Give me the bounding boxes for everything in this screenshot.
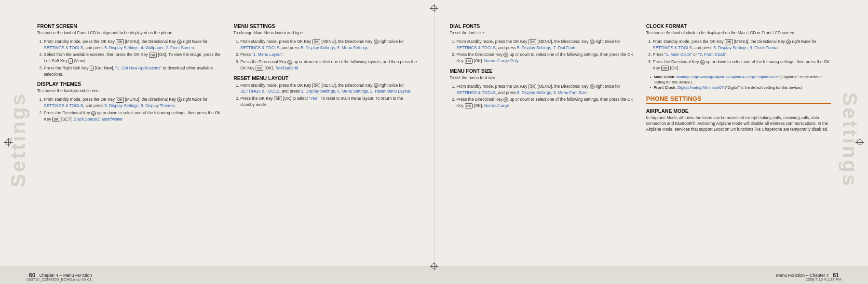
ok-icon-14: OK: [661, 66, 669, 71]
ok-icon-12: OK: [465, 103, 473, 108]
crosshair-right-icon: [855, 138, 864, 147]
ok-icon-5: OK: [312, 39, 321, 44]
link-get-new: "1. Get New Applications": [115, 66, 162, 70]
link-clock-format: 5. Display Settings, 9. Clock Format.: [714, 45, 780, 50]
airplane-mode-body: In Airplane Mode, all menu functions can…: [646, 115, 831, 133]
main-content: FRONT SCREEN To choose the kind of Front…: [27, 14, 841, 262]
col-front-screen: FRONT SCREEN To choose the kind of Front…: [31, 19, 228, 257]
link-clock-option-2: "2. Front Clock": [698, 52, 727, 57]
dir-icon-10: ⊙: [503, 97, 508, 102]
ok-icon-7: OK: [312, 83, 321, 88]
menu-settings-step-1: From standby mode, press the OK Key OK […: [240, 39, 418, 51]
ok-icon-10: OK: [465, 58, 473, 64]
front-clock-options: Digital/Analog/Minimize/Off: [678, 85, 724, 90]
dir-icon-3: ⊙: [91, 111, 96, 116]
link-settings-tools-6: SETTINGS & TOOLS: [457, 90, 496, 95]
dir-icon-12: ⊙: [700, 60, 705, 65]
link-settings-tools-7: SETTINGS & TOOLS: [653, 45, 692, 50]
menu-font-size-step-2: Press the Directional Key ⊙ up or down t…: [457, 96, 635, 109]
main-clock-options: Analog/Large Analog/Digital12/Digital24/…: [676, 75, 778, 79]
display-themes-intro: To choose the background screen:: [37, 88, 222, 94]
soft-icon-2: ▪: [90, 66, 94, 71]
display-themes-steps: From standby mode, press the OK Key OK […: [37, 96, 222, 122]
dir-icon-6: ⊙: [374, 83, 379, 88]
link-display-1: 5. Display Settings, 4. Wallpaper, 2. Fr…: [105, 45, 195, 50]
ok-icon-2: OK: [149, 53, 157, 58]
ok-icon-4: OK: [52, 117, 60, 122]
link-settings-tools-5: SETTINGS & TOOLS: [457, 45, 496, 50]
col-dial-fonts: DIAL FONTS To set the font size: From st…: [444, 19, 640, 257]
dir-icon-4: ⊙: [374, 40, 379, 44]
dir-icon-8: ⊙: [503, 53, 508, 57]
link-clock-options: "1. Main Clock": [665, 52, 692, 57]
link-font-options: Normal/Large Only: [484, 58, 518, 63]
ok-icon-3: OK: [116, 97, 124, 102]
dial-fonts-intro: To set the font size:: [450, 30, 635, 36]
ok-icon: OK: [116, 39, 124, 44]
menu-font-size-title: MENU FONT SIZE: [450, 68, 635, 74]
ok-icon-9: OK: [529, 39, 537, 44]
link-dial-fonts: 5. Display Settings, 7. Dial Fonts.: [517, 45, 577, 50]
link-menu-settings: 5. Display Settings, 6. Menu Settings.: [301, 45, 369, 50]
phone-settings-title: PHONE SETTINGS: [646, 95, 831, 104]
front-clock-label: Front Clock:: [654, 85, 677, 90]
ok-icon-8: OK: [274, 96, 282, 101]
front-screen-step-3: Press the Right Soft Key ▪ [Get New], "1…: [44, 65, 222, 78]
clock-front-bullet: Front Clock: Digital/Analog/Minimize/Off…: [650, 85, 831, 90]
ok-icon-6: OK: [256, 66, 264, 71]
menu-font-size-step-1: From standby mode, press the OK Key OK […: [457, 83, 635, 96]
ok-icon-13: OK: [725, 39, 733, 44]
dir-icon: ⊙: [177, 40, 182, 44]
link-display-themes: 5. Display Settings, 5. Display Themes.: [105, 103, 176, 108]
link-settings-tools-1: SETTINGS & TOOLS: [44, 45, 83, 50]
clock-format-step-1: From standby mode, press the OK Key OK […: [653, 39, 831, 51]
reset-menu-step-2: Press the OK Key OK [OK] to select "Yes"…: [240, 95, 418, 108]
link-reset-menu: 5. Display Settings, 6. Menu Settings, 2…: [301, 89, 411, 94]
link-settings-tools-3: SETTINGS & TOOLS: [240, 45, 279, 50]
display-themes-step-1: From standby mode, press the OK Key OK […: [44, 96, 222, 109]
link-menu-layout: "1. Menu Layout": [252, 52, 283, 57]
clock-format-title: CLOCK FORMAT: [646, 23, 831, 29]
dir-icon-9: ⊙: [590, 84, 595, 89]
ok-icon-11: OK: [529, 84, 537, 89]
link-yes: "Yes": [309, 96, 318, 101]
display-themes-step-2: Press the Directional Key ⊙ up or down t…: [44, 110, 222, 122]
dir-icon-2: ⊙: [177, 97, 182, 102]
dial-fonts-step-2: Press the Directional Key ⊙ up or down t…: [457, 52, 635, 64]
link-font-size-options: Normal/Large: [484, 103, 509, 108]
chapter-right: Menu Function – Chapter 4: [776, 273, 829, 278]
col-clock-format: CLOCK FORMAT To choose the kind of clock…: [640, 19, 837, 257]
reset-menu-steps: From standby mode, press the OK Key OK […: [233, 82, 418, 108]
menu-settings-step-3: Press the Directional Key ⊙ up or down t…: [240, 59, 418, 71]
crosshair-bottom-icon: [430, 262, 438, 270]
dial-fonts-step-1: From standby mode, press the OK Key OK […: [457, 39, 635, 51]
front-screen-intro: To choose the kind of Front LCD backgrou…: [37, 30, 222, 36]
clock-format-bullets: Main Clock: Analog/Large Analog/Digital1…: [646, 74, 831, 91]
front-screen-step-2: Select from the available screens, then …: [44, 52, 222, 64]
dir-icon-7: ⊙: [590, 40, 595, 44]
page-right: DIAL FONTS To set the font size: From st…: [434, 14, 842, 262]
crosshair-left-icon: [4, 138, 13, 147]
page-left: FRONT SCREEN To choose the kind of Front…: [27, 14, 434, 262]
front-screen-step-1: From standby mode, press the OK Key OK […: [44, 39, 222, 51]
dial-fonts-steps: From standby mode, press the OK Key OK […: [450, 39, 635, 64]
chapter-left: Chapter 4 – Menu Function: [39, 273, 92, 278]
front-screen-title: FRONT SCREEN: [37, 23, 222, 29]
link-layout-options: Tab/List/Grid: [275, 66, 298, 70]
dir-icon-11: ⊙: [786, 40, 791, 44]
link-themes-options: Black Space/Classic/Water: [74, 117, 123, 122]
clock-format-step-2: Press "1. Main Clock" or "2. Front Clock…: [653, 52, 831, 58]
clock-format-intro: To choose the kind of clock to be displa…: [646, 30, 831, 36]
menu-settings-title: MENU SETTINGS: [233, 23, 418, 29]
menu-settings-steps: From standby mode, press the OK Key OK […: [233, 39, 418, 71]
link-menu-font-size: 5. Display Settings, 8. Menu Font Size.: [517, 90, 587, 95]
reset-menu-step-1: From standby mode, press the OK Key OK […: [240, 82, 418, 95]
front-screen-steps: From standby mode, press the OK Key OK […: [37, 39, 222, 78]
link-settings-tools-2: SETTINGS & TOOLS: [44, 103, 83, 108]
reset-menu-title: RESET MENU LAYOUT: [233, 75, 418, 81]
link-settings-tools-4: SETTINGS & TOOLS: [240, 89, 279, 94]
menu-font-size-intro: To set the menu font size:: [450, 75, 635, 81]
main-clock-label: Main Clock:: [654, 75, 676, 79]
dial-fonts-title: DIAL FONTS: [450, 23, 635, 29]
col-menu-settings: MENU SETTINGS To change Main Menu layout…: [228, 19, 424, 257]
